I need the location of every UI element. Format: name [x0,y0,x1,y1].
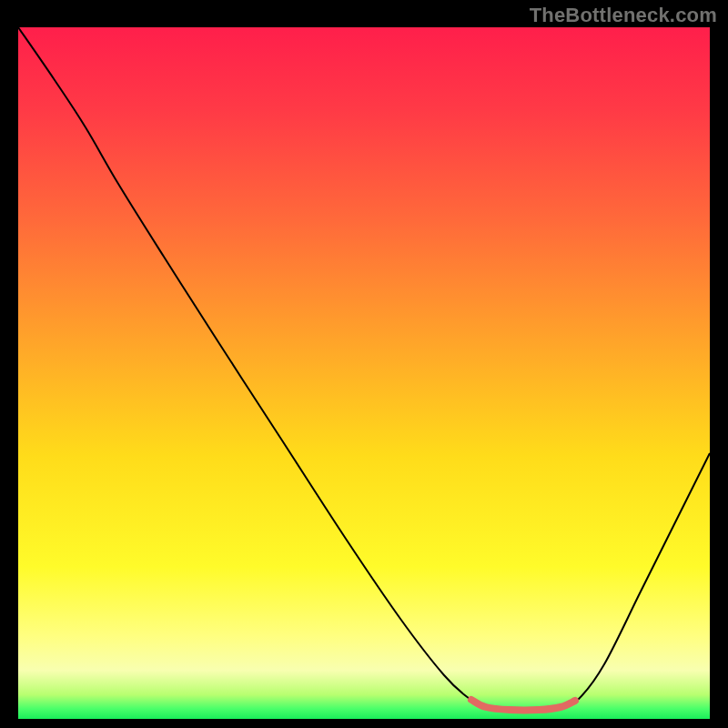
chart-frame [18,27,710,719]
chart-background [18,27,710,719]
bottleneck-chart [18,27,710,719]
watermark-text: TheBottleneck.com [530,4,717,27]
